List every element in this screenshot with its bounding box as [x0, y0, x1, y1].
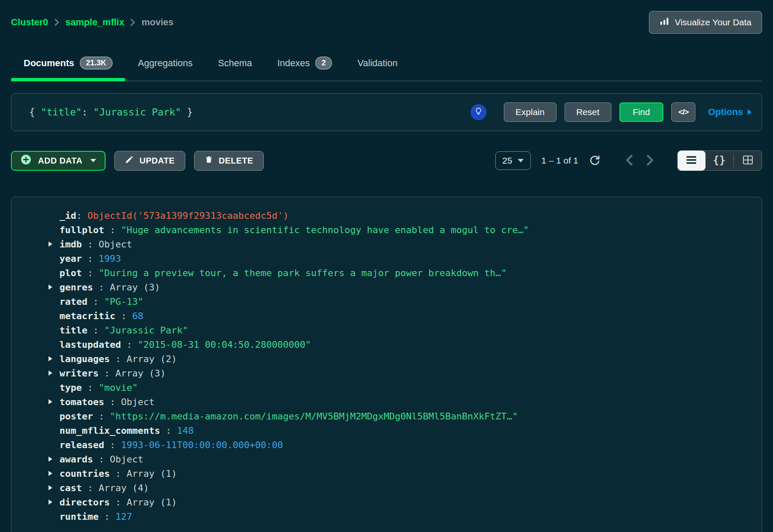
- document-field-row: cast : Array (4): [49, 481, 753, 495]
- field-separator: :: [82, 382, 99, 393]
- field-key: released: [59, 440, 104, 450]
- expand-field-caret-icon[interactable]: [49, 399, 59, 404]
- field-separator: :: [93, 411, 110, 422]
- refresh-button[interactable]: [589, 154, 600, 167]
- find-button[interactable]: Find: [619, 102, 664, 122]
- list-view-button[interactable]: [678, 150, 705, 171]
- field-value: "PG-13": [104, 296, 143, 307]
- field-value: 1993: [99, 253, 121, 264]
- field-separator: :: [104, 440, 121, 450]
- delete-label: DELETE: [219, 156, 253, 166]
- code-slash-icon: </>: [678, 107, 688, 116]
- query-input[interactable]: { "title": "Jurassic Park" }: [29, 107, 470, 118]
- breadcrumb-link[interactable]: sample_mflix: [65, 17, 124, 28]
- caret-right-icon: [748, 109, 751, 115]
- tab[interactable]: Documents 21.3K: [11, 49, 125, 81]
- field-separator: :: [82, 268, 99, 278]
- pencil-icon: [125, 155, 134, 166]
- prev-page-button[interactable]: [626, 155, 633, 167]
- table-view-button[interactable]: [734, 150, 762, 171]
- expand-field-caret-icon[interactable]: [49, 356, 59, 361]
- table-view-icon: [743, 155, 753, 167]
- delete-button[interactable]: DELETE: [194, 151, 264, 171]
- update-label: UPDATE: [139, 156, 175, 166]
- explain-button[interactable]: Explain: [504, 102, 557, 122]
- expand-field-caret-icon[interactable]: [49, 242, 59, 247]
- document-field-row: lastupdated : "2015-08-31 00:04:50.28000…: [49, 337, 753, 352]
- expand-field-caret-icon[interactable]: [49, 371, 59, 376]
- breadcrumb: Cluster0 sample_mflix movies: [11, 17, 173, 28]
- field-separator: :: [82, 253, 99, 264]
- lightbulb-icon: [474, 107, 483, 117]
- breadcrumb-item: Cluster0: [11, 17, 65, 28]
- tab[interactable]: Aggregations: [125, 49, 205, 81]
- add-data-button[interactable]: ADD DATA: [11, 151, 105, 171]
- query-bar: { "title": "Jurassic Park" } Explain Res…: [11, 93, 762, 131]
- json-view-button[interactable]: {}: [705, 150, 733, 171]
- breadcrumb-item: movies: [141, 17, 173, 28]
- expand-field-caret-icon[interactable]: [49, 457, 59, 462]
- field-key: _id: [59, 210, 76, 221]
- reset-button[interactable]: Reset: [565, 102, 611, 122]
- field-value: "movie": [99, 382, 138, 393]
- document-field-row: title : "Jurassic Park": [49, 323, 753, 337]
- field-key: poster: [59, 411, 93, 422]
- field-separator: :: [82, 239, 99, 250]
- expand-field-caret-icon[interactable]: [49, 471, 59, 476]
- field-value: Array (3): [115, 368, 165, 379]
- field-value: Object: [121, 397, 154, 407]
- field-separator: :: [87, 325, 104, 336]
- pagination-controls: 25 1 – 1 of 1: [495, 150, 762, 171]
- options-label: Options: [708, 107, 743, 118]
- tab-count-badge: 2: [315, 56, 332, 70]
- document-field-row: _id : ObjectId('573a1399f29313caabcedc5d…: [49, 208, 753, 223]
- field-separator: :: [160, 425, 177, 436]
- field-value: 127: [115, 511, 132, 522]
- field-separator: :: [76, 210, 88, 221]
- field-separator: :: [99, 368, 116, 379]
- visualize-your-data-button[interactable]: Visualize Your Data: [649, 11, 762, 34]
- curly-braces-icon: {}: [713, 154, 725, 167]
- chevron-left-icon: [626, 155, 633, 167]
- chevron-right-icon: [646, 155, 654, 167]
- next-page-button[interactable]: [646, 155, 654, 167]
- document-field-row: runtime : 127: [49, 509, 753, 524]
- update-button[interactable]: UPDATE: [114, 151, 185, 171]
- query-hint-button[interactable]: [470, 104, 487, 120]
- breadcrumb-item: sample_mflix: [65, 17, 141, 28]
- field-value: Object: [110, 454, 143, 465]
- document-field-row: directors : Array (1): [49, 495, 753, 509]
- document-field-row: rated : "PG-13": [49, 294, 753, 309]
- tab[interactable]: Schema: [205, 49, 265, 81]
- document-field-row: fullplot : "Huge advancements in scienti…: [49, 223, 753, 237]
- chevron-right-icon: [130, 18, 135, 27]
- view-switcher: {}: [677, 150, 762, 171]
- field-key: languages: [59, 354, 110, 364]
- documents-page: Cluster0 sample_mflix movies: [0, 0, 773, 532]
- export-to-language-button[interactable]: </>: [671, 102, 695, 122]
- page-size-value: 25: [503, 156, 512, 166]
- breadcrumb-link[interactable]: movies: [141, 17, 173, 28]
- field-value: Array (2): [127, 354, 177, 364]
- query-options-toggle[interactable]: Options: [708, 107, 751, 118]
- breadcrumb-link[interactable]: Cluster0: [11, 17, 48, 28]
- expand-field-caret-icon[interactable]: [49, 285, 59, 290]
- document-field-row: writers : Array (3): [49, 366, 753, 380]
- trash-icon: [205, 155, 213, 166]
- tab[interactable]: Indexes 2: [265, 49, 345, 81]
- document-field-row: year : 1993: [49, 251, 753, 266]
- documents-toolbar: ADD DATA UPDATE DELETE 25 1 – 1 of 1: [11, 150, 762, 171]
- field-key: directors: [59, 497, 110, 508]
- expand-field-caret-icon[interactable]: [49, 500, 59, 505]
- field-key: title: [59, 325, 87, 336]
- expand-field-caret-icon[interactable]: [49, 485, 59, 490]
- page-size-select[interactable]: 25: [495, 151, 531, 170]
- field-key: plot: [59, 268, 82, 278]
- field-value: 68: [132, 311, 143, 321]
- tab[interactable]: Validation: [345, 49, 410, 81]
- document-card: _id : ObjectId('573a1399f29313caabcedc5d…: [11, 197, 762, 532]
- tab-label: Schema: [218, 58, 252, 69]
- field-key: genres: [59, 282, 93, 293]
- field-separator: :: [121, 339, 138, 350]
- field-value: ObjectId('573a1399f29313caabcedc5d'): [87, 210, 289, 221]
